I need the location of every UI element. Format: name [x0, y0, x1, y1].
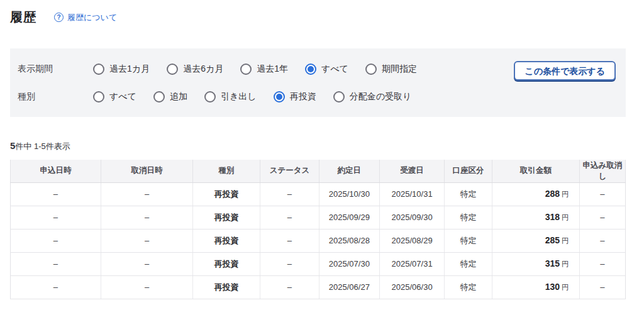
radio-period-past-6-months[interactable]: 過去6カ月 — [167, 64, 223, 75]
cell-transaction-amount: 318円 — [492, 206, 579, 229]
radio-type-reinvest[interactable]: 再投資 — [274, 91, 316, 102]
about-history-link[interactable]: ? 履歴について — [54, 12, 117, 23]
history-table: 申込日時 取消日時 種別 ステータス 約定日 受渡日 口座区分 取引金額 申込み… — [10, 160, 626, 299]
radio-unchecked-icon — [167, 64, 178, 75]
header-transaction-amount: 取引金額 — [492, 160, 579, 182]
period-radio-group: 過去1カ月 過去6カ月 過去1年 すべて 期間指定 — [93, 64, 417, 75]
header-status: ステータス — [260, 160, 319, 182]
cell-status: – — [260, 275, 319, 299]
cell-cancel-datetime: – — [101, 206, 193, 229]
cell-contract-date: 2025/08/28 — [319, 229, 379, 252]
apply-filter-button[interactable]: この条件で表示する — [514, 61, 616, 80]
cell-status: – — [260, 206, 319, 229]
result-count: 5件中 1-5件表示 — [10, 140, 626, 152]
cell-cancel-application: – — [579, 252, 625, 275]
about-history-link-label: 履歴について — [67, 12, 117, 23]
radio-type-all[interactable]: すべて — [93, 91, 136, 102]
header-cancel-datetime: 取消日時 — [101, 160, 193, 182]
cell-status: – — [260, 252, 319, 275]
header-type: 種別 — [193, 160, 260, 182]
cell-cancel-datetime: – — [101, 182, 193, 206]
table-row: – – 再投資 – 2025/09/29 2025/09/30 特定 318円 … — [11, 206, 626, 229]
cell-account-type: 特定 — [445, 229, 492, 252]
header-apply-datetime: 申込日時 — [11, 160, 101, 182]
cell-apply-datetime: – — [11, 275, 101, 299]
radio-type-withdraw[interactable]: 引き出し — [204, 91, 257, 102]
result-count-suffix: 件中 1-5件表示 — [15, 141, 70, 151]
radio-period-custom-range[interactable]: 期間指定 — [365, 64, 417, 75]
cell-delivery-date: 2025/09/30 — [379, 206, 445, 229]
table-header-row: 申込日時 取消日時 種別 ステータス 約定日 受渡日 口座区分 取引金額 申込み… — [11, 160, 626, 182]
radio-period-all[interactable]: すべて — [305, 64, 348, 75]
cell-delivery-date: 2025/07/31 — [379, 252, 445, 275]
cell-type: 再投資 — [193, 252, 260, 275]
amount-value: 318 — [545, 212, 560, 222]
radio-unchecked-icon — [365, 64, 377, 75]
type-radio-group: すべて 追加 引き出し 再投資 分配金の受取り — [93, 91, 411, 102]
cell-transaction-amount: 285円 — [492, 229, 579, 252]
radio-unchecked-icon — [93, 64, 104, 75]
header-account-type: 口座区分 — [445, 160, 492, 182]
radio-unchecked-icon — [333, 91, 345, 102]
cell-contract-date: 2025/10/30 — [319, 182, 379, 206]
header-contract-date: 約定日 — [319, 160, 379, 182]
radio-period-past-1-year[interactable]: 過去1年 — [240, 64, 288, 75]
cell-apply-datetime: – — [11, 182, 101, 206]
currency-unit: 円 — [562, 237, 569, 245]
header-cancel-application: 申込み取消し — [579, 160, 625, 182]
cell-type: 再投資 — [193, 275, 260, 299]
history-page: 履歴 ? 履歴について 表示期間 過去1カ月 過去6カ月 過去1年 — [10, 9, 626, 299]
cell-account-type: 特定 — [445, 182, 492, 206]
cell-cancel-application: – — [579, 275, 625, 299]
cell-type: 再投資 — [193, 182, 260, 206]
radio-checked-icon — [274, 91, 285, 102]
cell-account-type: 特定 — [445, 275, 492, 299]
cell-contract-date: 2025/09/29 — [319, 206, 379, 229]
page-title: 履歴 — [10, 9, 36, 26]
amount-value: 315 — [545, 258, 560, 268]
cell-transaction-amount: 288円 — [492, 182, 579, 206]
cell-cancel-application: – — [579, 182, 625, 206]
amount-value: 285 — [545, 235, 560, 245]
cell-status: – — [260, 182, 319, 206]
type-filter-label: 種別 — [18, 91, 93, 102]
currency-unit: 円 — [562, 284, 569, 291]
cell-type: 再投資 — [193, 229, 260, 252]
table-row: – – 再投資 – 2025/07/30 2025/07/31 特定 315円 … — [11, 252, 626, 275]
cell-cancel-application: – — [579, 229, 625, 252]
cell-apply-datetime: – — [11, 229, 101, 252]
radio-type-distribution-receipt[interactable]: 分配金の受取り — [333, 91, 412, 102]
currency-unit: 円 — [562, 214, 569, 221]
cell-apply-datetime: – — [11, 206, 101, 229]
radio-checked-icon — [305, 64, 316, 75]
cell-contract-date: 2025/07/30 — [319, 252, 379, 275]
table-row: – – 再投資 – 2025/10/30 2025/10/31 特定 288円 … — [11, 182, 626, 206]
cell-status: – — [260, 229, 319, 252]
cell-delivery-date: 2025/10/31 — [379, 182, 445, 206]
radio-period-past-1-month[interactable]: 過去1カ月 — [93, 64, 150, 75]
radio-unchecked-icon — [153, 91, 165, 102]
period-filter-label: 表示期間 — [18, 64, 93, 75]
cell-account-type: 特定 — [445, 252, 492, 275]
currency-unit: 円 — [562, 260, 569, 268]
cell-apply-datetime: – — [11, 252, 101, 275]
header-delivery-date: 受渡日 — [379, 160, 445, 182]
cell-cancel-application: – — [579, 206, 625, 229]
radio-unchecked-icon — [93, 91, 104, 102]
cell-delivery-date: 2025/08/29 — [379, 229, 445, 252]
amount-value: 288 — [545, 189, 560, 199]
cell-account-type: 特定 — [445, 206, 492, 229]
question-mark-icon: ? — [54, 13, 64, 22]
cell-transaction-amount: 315円 — [492, 252, 579, 275]
title-row: 履歴 ? 履歴について — [10, 9, 626, 26]
radio-unchecked-icon — [204, 91, 216, 102]
amount-value: 130 — [545, 282, 560, 292]
cell-delivery-date: 2025/06/30 — [379, 275, 445, 299]
radio-type-add[interactable]: 追加 — [153, 91, 187, 102]
cell-transaction-amount: 130円 — [492, 275, 579, 299]
cell-cancel-datetime: – — [101, 229, 193, 252]
cell-cancel-datetime: – — [101, 252, 193, 275]
currency-unit: 円 — [562, 191, 569, 198]
cell-type: 再投資 — [193, 206, 260, 229]
cell-contract-date: 2025/06/27 — [319, 275, 379, 299]
